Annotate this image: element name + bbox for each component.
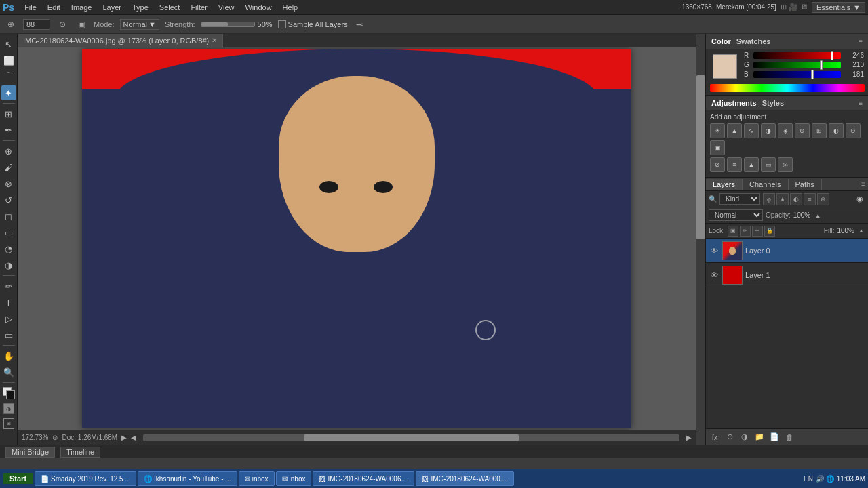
pen-tool[interactable]: ✏ xyxy=(1,279,16,293)
path-tool[interactable]: ▷ xyxy=(1,311,16,326)
menu-file[interactable]: File xyxy=(20,2,41,13)
bw-btn[interactable]: ◐ xyxy=(829,123,844,138)
dodge-tool[interactable]: ◑ xyxy=(1,258,16,272)
curves-btn[interactable]: ∿ xyxy=(744,123,759,138)
adjustments-panel-close[interactable]: ≡ xyxy=(859,100,863,107)
document-tab[interactable]: IMG-20180624-WA0006.jpg @ 173% (Layer 0,… xyxy=(18,34,223,47)
filter-toggle[interactable]: ◉ xyxy=(854,194,865,205)
layer-mask-btn[interactable]: ⊙ xyxy=(724,431,736,443)
menu-image[interactable]: Image xyxy=(66,2,97,13)
blur-tool[interactable]: ◔ xyxy=(1,241,16,256)
filter-type-btn[interactable]: φ xyxy=(763,193,775,205)
filter-effect-btn[interactable]: ★ xyxy=(776,193,789,205)
taskbar-item-0[interactable]: 📄 Smaday 2019 Rev. 12.5 ... xyxy=(35,471,136,486)
layer-item-0[interactable]: 👁 Layer 0 xyxy=(706,239,868,263)
layer-item-1[interactable]: 👁 Layer 1 xyxy=(706,263,868,287)
workspace-dropdown[interactable]: Essentials ▼ xyxy=(812,2,865,13)
taskbar-item-3[interactable]: ✉ inbox xyxy=(276,471,312,486)
layer-delete-btn[interactable]: 🗑 xyxy=(783,431,795,443)
history-brush-tool[interactable]: ↺ xyxy=(1,192,16,207)
color-panel-close[interactable]: ≡ xyxy=(859,38,863,45)
sample-all-layers-checkbox[interactable]: Sample All Layers xyxy=(278,20,348,28)
styles-tab[interactable]: Styles xyxy=(762,99,784,107)
lasso-tool[interactable]: ⌒ xyxy=(1,69,16,84)
color-preview-swatch[interactable] xyxy=(713,54,737,79)
layers-tab[interactable]: Layers xyxy=(706,179,743,190)
brush-size-input[interactable] xyxy=(23,19,50,30)
menu-window[interactable]: Window xyxy=(240,2,276,13)
red-slider[interactable] xyxy=(753,52,841,59)
lock-transparent-btn[interactable]: ▣ xyxy=(728,226,738,237)
color-spectrum[interactable] xyxy=(710,84,865,92)
timeline-tab[interactable]: Timeline xyxy=(60,447,100,458)
layer-fx-btn[interactable]: fx xyxy=(709,431,721,443)
clone-stamp-tool[interactable]: ⊗ xyxy=(1,176,16,191)
shape-tool[interactable]: ▭ xyxy=(1,327,16,342)
levels-btn[interactable]: ▲ xyxy=(727,123,742,138)
layer-1-visibility[interactable]: 👁 xyxy=(709,270,719,281)
swatches-tab[interactable]: Swatches xyxy=(736,37,771,45)
selective-color-btn[interactable]: ◎ xyxy=(778,157,793,172)
start-button[interactable]: Start xyxy=(3,473,33,484)
color-tab[interactable]: Color xyxy=(711,37,731,45)
screen-mode-btn[interactable]: ⊞ xyxy=(3,418,14,429)
layer-group-btn[interactable]: 📁 xyxy=(753,431,766,443)
photo-filter-btn[interactable]: ⊙ xyxy=(846,123,861,138)
healing-brush-tool[interactable]: ⊕ xyxy=(1,144,16,159)
background-color[interactable] xyxy=(6,390,15,399)
brush-tool[interactable]: 🖌 xyxy=(1,160,16,175)
adjustments-tab[interactable]: Adjustments xyxy=(711,99,757,107)
menu-type[interactable]: Type xyxy=(127,2,153,13)
fill-arrow[interactable]: ▲ xyxy=(857,227,865,235)
layers-panel-close[interactable]: ≡ xyxy=(861,180,868,188)
mini-bridge-tab[interactable]: Mini Bridge xyxy=(5,447,55,458)
mode-dropdown[interactable]: Normal ▼ xyxy=(120,19,159,30)
blend-mode-dropdown[interactable]: Normal xyxy=(709,209,763,221)
taskbar-item-4[interactable]: 🖼 IMG-20180624-WA0006.... xyxy=(313,471,414,486)
threshold-btn[interactable]: ▲ xyxy=(744,157,759,172)
canvas-nav-btn[interactable]: ▶ xyxy=(121,434,127,441)
taskbar-item-1[interactable]: 🌐 Ikhsanudin - YouTube - ... xyxy=(138,471,237,486)
menu-help[interactable]: Help xyxy=(278,2,303,13)
magic-wand-tool[interactable]: ✦ xyxy=(1,85,16,100)
filter-attr-btn[interactable]: ≡ xyxy=(804,193,816,205)
menu-edit[interactable]: Edit xyxy=(43,2,65,13)
green-slider[interactable] xyxy=(753,62,841,68)
layer-0-visibility[interactable]: 👁 xyxy=(709,245,719,256)
opacity-arrow-up[interactable]: ▲ xyxy=(813,211,823,220)
layer-adjustment-btn[interactable]: ◑ xyxy=(738,431,751,443)
filter-smart-btn[interactable]: ⊕ xyxy=(817,193,829,205)
menu-layer[interactable]: Layer xyxy=(98,2,126,13)
type-tool[interactable]: T xyxy=(1,295,16,310)
filter-mode-btn[interactable]: ◐ xyxy=(790,193,802,205)
paths-tab[interactable]: Paths xyxy=(789,179,822,190)
layer-new-btn[interactable]: 📄 xyxy=(768,431,781,443)
eyedropper-tool[interactable]: ✒ xyxy=(1,123,16,138)
horizontal-scrollbar[interactable] xyxy=(143,434,679,441)
canvas-image[interactable] xyxy=(82,49,631,428)
blue-slider[interactable] xyxy=(753,71,841,78)
canvas-vertical-scrollbar[interactable] xyxy=(696,34,705,445)
menu-filter[interactable]: Filter xyxy=(186,2,212,13)
menu-select[interactable]: Select xyxy=(155,2,185,13)
exposure-btn[interactable]: ◑ xyxy=(761,123,776,138)
lock-all-btn[interactable]: 🔒 xyxy=(764,226,775,237)
doc-tab-close-btn[interactable]: ✕ xyxy=(212,37,217,44)
menu-view[interactable]: View xyxy=(214,2,239,13)
canvas-nav-back[interactable]: ◀ xyxy=(131,434,136,441)
color-balance-btn[interactable]: ⊞ xyxy=(812,123,827,138)
vibrance-btn[interactable]: ◈ xyxy=(778,123,793,138)
lock-position-btn[interactable]: ✛ xyxy=(752,226,763,237)
crop-tool[interactable]: ⊞ xyxy=(1,106,16,121)
brush-preset-icon[interactable]: ⊙ xyxy=(56,18,69,31)
scroll-right-btn[interactable]: ▶ xyxy=(686,434,692,441)
color-panel-header[interactable]: Color Swatches ≡ xyxy=(706,34,868,49)
posterize-btn[interactable]: ≡ xyxy=(727,157,742,172)
color-swatch[interactable] xyxy=(3,387,15,399)
move-tool[interactable]: ↖ xyxy=(1,37,16,52)
brightness-contrast-btn[interactable]: ☀ xyxy=(710,123,725,138)
adjustments-panel-header[interactable]: Adjustments Styles ≡ xyxy=(706,96,868,110)
taskbar-item-5[interactable]: 🖼 IMG-20180624-WA000.... xyxy=(416,471,514,486)
invert-btn[interactable]: ⊘ xyxy=(710,157,725,172)
layers-filter-dropdown[interactable]: Kind xyxy=(719,193,760,205)
